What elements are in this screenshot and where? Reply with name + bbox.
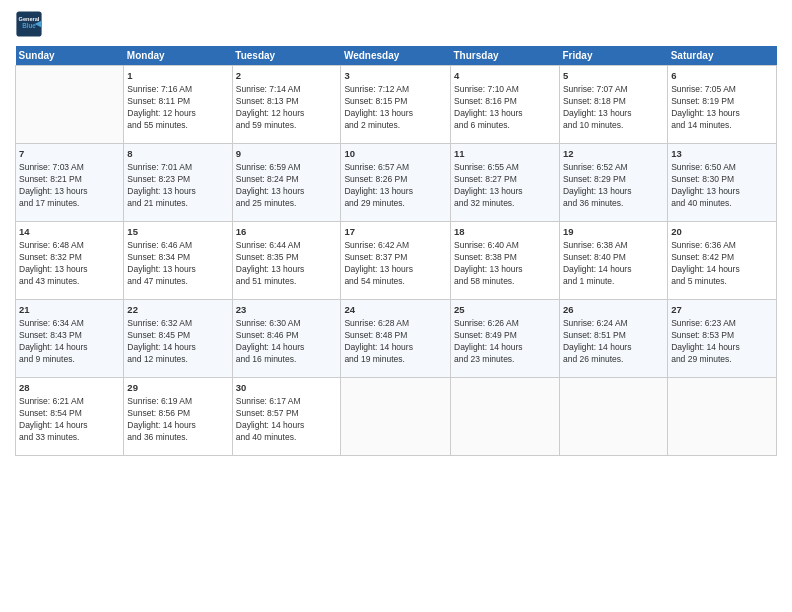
week-row-5: 28Sunrise: 6:21 AMSunset: 8:54 PMDayligh… <box>16 378 777 456</box>
day-info-line: Sunrise: 6:19 AM <box>127 396 228 408</box>
day-info-line: Daylight: 14 hours <box>454 342 556 354</box>
calendar-cell: 4Sunrise: 7:10 AMSunset: 8:16 PMDaylight… <box>451 66 560 144</box>
generalblue-logo-icon: General Blue <box>15 10 43 38</box>
calendar-cell: 20Sunrise: 6:36 AMSunset: 8:42 PMDayligh… <box>668 222 777 300</box>
day-info-line: Sunset: 8:34 PM <box>127 252 228 264</box>
calendar-cell: 13Sunrise: 6:50 AMSunset: 8:30 PMDayligh… <box>668 144 777 222</box>
day-info-line: Sunrise: 6:40 AM <box>454 240 556 252</box>
day-info-line: Sunrise: 6:17 AM <box>236 396 338 408</box>
day-number: 18 <box>454 225 556 238</box>
calendar-cell: 14Sunrise: 6:48 AMSunset: 8:32 PMDayligh… <box>16 222 124 300</box>
day-info-line: Sunrise: 6:36 AM <box>671 240 773 252</box>
calendar-cell: 29Sunrise: 6:19 AMSunset: 8:56 PMDayligh… <box>124 378 232 456</box>
day-info-line: Sunset: 8:43 PM <box>19 330 120 342</box>
day-info-line: and 17 minutes. <box>19 198 120 210</box>
day-info-line: Daylight: 13 hours <box>19 186 120 198</box>
logo: General Blue <box>15 10 47 38</box>
day-info-line: Daylight: 14 hours <box>563 264 664 276</box>
day-number: 24 <box>344 303 447 316</box>
weekday-header-row: SundayMondayTuesdayWednesdayThursdayFrid… <box>16 46 777 66</box>
day-number: 30 <box>236 381 338 394</box>
day-info-line: Sunset: 8:35 PM <box>236 252 338 264</box>
day-info-line: and 29 minutes. <box>671 354 773 366</box>
day-number: 25 <box>454 303 556 316</box>
day-info-line: Sunset: 8:57 PM <box>236 408 338 420</box>
day-info-line: and 59 minutes. <box>236 120 338 132</box>
day-info-line: Sunrise: 6:38 AM <box>563 240 664 252</box>
day-info-line: Sunset: 8:45 PM <box>127 330 228 342</box>
calendar-cell <box>559 378 667 456</box>
day-info-line: Sunset: 8:19 PM <box>671 96 773 108</box>
day-number: 2 <box>236 69 338 82</box>
day-info-line: Daylight: 13 hours <box>563 108 664 120</box>
day-info-line: Sunrise: 6:59 AM <box>236 162 338 174</box>
day-info-line: Sunset: 8:26 PM <box>344 174 447 186</box>
calendar-cell: 28Sunrise: 6:21 AMSunset: 8:54 PMDayligh… <box>16 378 124 456</box>
day-info-line: Sunrise: 6:23 AM <box>671 318 773 330</box>
day-number: 21 <box>19 303 120 316</box>
day-info-line: Sunset: 8:53 PM <box>671 330 773 342</box>
day-info-line: Sunrise: 6:46 AM <box>127 240 228 252</box>
day-info-line: and 2 minutes. <box>344 120 447 132</box>
day-number: 26 <box>563 303 664 316</box>
day-info-line: Sunrise: 6:42 AM <box>344 240 447 252</box>
day-number: 10 <box>344 147 447 160</box>
day-number: 28 <box>19 381 120 394</box>
day-info-line: and 16 minutes. <box>236 354 338 366</box>
day-info-line: and 5 minutes. <box>671 276 773 288</box>
day-info-line: Sunset: 8:49 PM <box>454 330 556 342</box>
day-info-line: Daylight: 13 hours <box>127 264 228 276</box>
calendar-cell: 17Sunrise: 6:42 AMSunset: 8:37 PMDayligh… <box>341 222 451 300</box>
calendar-cell: 19Sunrise: 6:38 AMSunset: 8:40 PMDayligh… <box>559 222 667 300</box>
weekday-saturday: Saturday <box>668 46 777 66</box>
day-info-line: and 40 minutes. <box>236 432 338 444</box>
calendar-cell <box>668 378 777 456</box>
day-info-line: Daylight: 14 hours <box>236 420 338 432</box>
day-info-line: Sunset: 8:13 PM <box>236 96 338 108</box>
day-info-line: and 21 minutes. <box>127 198 228 210</box>
header: General Blue <box>15 10 777 38</box>
day-info-line: Daylight: 14 hours <box>236 342 338 354</box>
day-info-line: Sunset: 8:40 PM <box>563 252 664 264</box>
day-info-line: Daylight: 13 hours <box>671 186 773 198</box>
day-number: 29 <box>127 381 228 394</box>
day-number: 16 <box>236 225 338 238</box>
day-number: 9 <box>236 147 338 160</box>
day-info-line: Sunset: 8:21 PM <box>19 174 120 186</box>
day-number: 8 <box>127 147 228 160</box>
day-info-line: and 6 minutes. <box>454 120 556 132</box>
day-number: 6 <box>671 69 773 82</box>
day-info-line: and 1 minute. <box>563 276 664 288</box>
day-number: 3 <box>344 69 447 82</box>
day-info-line: and 12 minutes. <box>127 354 228 366</box>
day-info-line: Sunset: 8:16 PM <box>454 96 556 108</box>
day-info-line: Sunset: 8:24 PM <box>236 174 338 186</box>
calendar-cell: 23Sunrise: 6:30 AMSunset: 8:46 PMDayligh… <box>232 300 341 378</box>
day-info-line: Sunrise: 6:28 AM <box>344 318 447 330</box>
day-info-line: Daylight: 13 hours <box>344 264 447 276</box>
day-info-line: and 54 minutes. <box>344 276 447 288</box>
day-number: 13 <box>671 147 773 160</box>
day-info-line: Daylight: 14 hours <box>671 342 773 354</box>
weekday-sunday: Sunday <box>16 46 124 66</box>
day-info-line: and 32 minutes. <box>454 198 556 210</box>
day-info-line: and 26 minutes. <box>563 354 664 366</box>
day-info-line: and 14 minutes. <box>671 120 773 132</box>
day-info-line: Daylight: 14 hours <box>19 342 120 354</box>
day-info-line: Daylight: 14 hours <box>127 342 228 354</box>
day-info-line: Sunset: 8:29 PM <box>563 174 664 186</box>
day-info-line: and 40 minutes. <box>671 198 773 210</box>
weekday-friday: Friday <box>559 46 667 66</box>
svg-text:General: General <box>19 16 40 22</box>
day-number: 23 <box>236 303 338 316</box>
day-info-line: and 25 minutes. <box>236 198 338 210</box>
day-info-line: Sunrise: 6:21 AM <box>19 396 120 408</box>
calendar-cell: 12Sunrise: 6:52 AMSunset: 8:29 PMDayligh… <box>559 144 667 222</box>
day-number: 1 <box>127 69 228 82</box>
day-info-line: Sunset: 8:11 PM <box>127 96 228 108</box>
day-info-line: Daylight: 13 hours <box>236 264 338 276</box>
day-info-line: Sunset: 8:27 PM <box>454 174 556 186</box>
week-row-3: 14Sunrise: 6:48 AMSunset: 8:32 PMDayligh… <box>16 222 777 300</box>
weekday-monday: Monday <box>124 46 232 66</box>
day-info-line: and 47 minutes. <box>127 276 228 288</box>
